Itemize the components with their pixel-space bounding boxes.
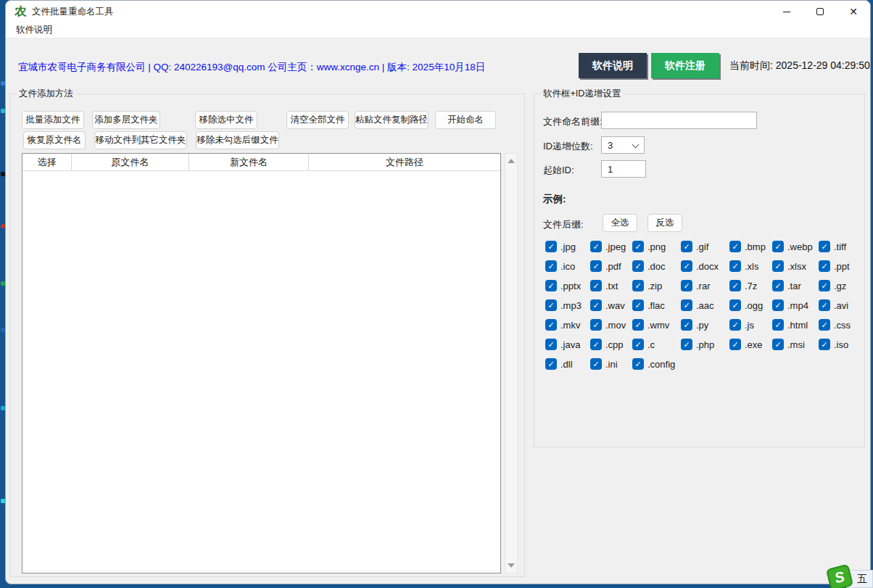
file-action-button[interactable]: 恢复原文件名 (23, 131, 86, 149)
extension-checkbox-item[interactable]: .msi (772, 339, 819, 350)
extension-checkbox-item[interactable]: .flac (632, 299, 681, 311)
checkbox-checked-icon[interactable] (590, 319, 602, 331)
extension-checkbox-item[interactable]: .config (632, 358, 681, 370)
extension-checkbox-item[interactable]: .py (681, 319, 729, 331)
extension-checkbox-item[interactable]: .cpp (590, 339, 632, 350)
checkbox-checked-icon[interactable] (545, 339, 557, 350)
checkbox-checked-icon[interactable] (729, 241, 741, 252)
extension-checkbox-item[interactable]: .php (681, 339, 729, 350)
file-action-button[interactable]: 移除未勾选后缀文件 (196, 131, 279, 149)
invert-selection-button[interactable]: 反选 (647, 214, 682, 232)
checkbox-checked-icon[interactable] (819, 260, 830, 272)
extension-checkbox-item[interactable]: .ppt (819, 260, 869, 272)
start-id-input[interactable] (601, 160, 646, 178)
extension-checkbox-item[interactable]: .txt (590, 280, 632, 291)
checkbox-checked-icon[interactable] (590, 339, 602, 350)
close-button[interactable]: ✕ (837, 1, 870, 22)
scroll-up-icon[interactable] (508, 159, 515, 163)
extension-checkbox-item[interactable]: .zip (632, 280, 681, 291)
file-action-button[interactable]: 移除选中文件 (195, 111, 257, 129)
extension-checkbox-item[interactable]: .iso (819, 339, 869, 350)
extension-checkbox-item[interactable]: .wmv (632, 319, 681, 331)
file-action-button[interactable]: 清空全部文件 (286, 111, 349, 129)
extension-checkbox-item[interactable]: .pptx (545, 280, 590, 291)
software-register-button[interactable]: 软件注册 (651, 53, 719, 78)
extension-checkbox-item[interactable]: .png (632, 241, 681, 252)
extension-checkbox-item[interactable]: .docx (681, 260, 729, 272)
extension-checkbox-item[interactable]: .rar (681, 280, 729, 291)
extension-checkbox-item[interactable]: .jpeg (590, 241, 632, 252)
extension-checkbox-item[interactable]: .xlsx (772, 260, 819, 272)
extension-checkbox-item[interactable]: .tar (772, 280, 819, 291)
checkbox-checked-icon[interactable] (819, 299, 830, 311)
checkbox-checked-icon[interactable] (632, 241, 644, 252)
minimize-button[interactable] (770, 1, 803, 22)
checkbox-checked-icon[interactable] (772, 260, 784, 272)
checkbox-checked-icon[interactable] (545, 358, 557, 370)
checkbox-checked-icon[interactable] (681, 319, 692, 331)
extension-checkbox-item[interactable]: .exe (729, 339, 772, 350)
checkbox-checked-icon[interactable] (632, 358, 644, 370)
checkbox-checked-icon[interactable] (590, 260, 602, 272)
menu-item-help[interactable]: 软件说明 (12, 22, 57, 38)
extension-checkbox-item[interactable]: .mov (590, 319, 632, 331)
extension-checkbox-item[interactable]: .ogg (729, 299, 772, 311)
checkbox-checked-icon[interactable] (590, 241, 602, 252)
checkbox-checked-icon[interactable] (819, 280, 830, 291)
checkbox-checked-icon[interactable] (772, 339, 784, 350)
extension-checkbox-item[interactable]: .bmp (729, 241, 772, 252)
scroll-down-icon[interactable] (508, 563, 515, 568)
select-all-button[interactable]: 全选 (603, 214, 637, 232)
id-digits-select[interactable]: 3 (601, 136, 645, 154)
extension-checkbox-item[interactable]: .doc (632, 260, 681, 272)
extension-checkbox-item[interactable]: .ini (590, 358, 632, 370)
extension-checkbox-item[interactable]: .pdf (590, 260, 632, 272)
checkbox-checked-icon[interactable] (590, 280, 602, 291)
checkbox-checked-icon[interactable] (545, 241, 557, 252)
maximize-button[interactable] (803, 1, 837, 22)
extension-checkbox-item[interactable]: .avi (819, 299, 869, 311)
checkbox-checked-icon[interactable] (590, 358, 602, 370)
extension-checkbox-item[interactable]: .xls (729, 260, 772, 272)
extension-checkbox-item[interactable]: .css (819, 319, 869, 331)
extension-checkbox-item[interactable]: .mkv (545, 319, 590, 331)
checkbox-checked-icon[interactable] (632, 260, 644, 272)
extension-checkbox-item[interactable]: .webp (772, 241, 819, 252)
checkbox-checked-icon[interactable] (590, 299, 602, 311)
checkbox-checked-icon[interactable] (545, 260, 557, 272)
extension-checkbox-item[interactable]: .tiff (819, 241, 869, 252)
file-list-scrollbar[interactable] (505, 153, 518, 573)
extension-checkbox-item[interactable]: .js (729, 319, 772, 331)
checkbox-checked-icon[interactable] (681, 339, 692, 350)
extension-checkbox-item[interactable]: .7z (729, 280, 772, 291)
checkbox-checked-icon[interactable] (545, 280, 557, 291)
extension-checkbox-item[interactable]: .gz (819, 280, 869, 291)
extension-checkbox-item[interactable]: .aac (681, 299, 729, 311)
checkbox-checked-icon[interactable] (632, 339, 644, 350)
prefix-input[interactable] (601, 112, 757, 129)
extension-checkbox-item[interactable]: .c (632, 339, 681, 350)
checkbox-checked-icon[interactable] (729, 319, 741, 331)
checkbox-checked-icon[interactable] (545, 319, 557, 331)
checkbox-checked-icon[interactable] (681, 299, 692, 311)
checkbox-checked-icon[interactable] (772, 241, 784, 252)
file-action-button[interactable]: 粘贴文件复制路径 (355, 111, 429, 129)
extension-checkbox-item[interactable]: .gif (681, 241, 729, 252)
software-manual-button[interactable]: 软件说明 (579, 53, 647, 78)
extension-checkbox-item[interactable]: .ico (545, 260, 590, 272)
checkbox-checked-icon[interactable] (681, 260, 692, 272)
file-action-button[interactable]: 批量添加文件 (22, 111, 84, 129)
checkbox-checked-icon[interactable] (681, 241, 692, 252)
checkbox-checked-icon[interactable] (729, 299, 741, 311)
checkbox-checked-icon[interactable] (729, 339, 741, 350)
checkbox-checked-icon[interactable] (772, 319, 784, 331)
extension-checkbox-item[interactable]: .wav (590, 299, 632, 311)
checkbox-checked-icon[interactable] (632, 280, 644, 291)
extension-checkbox-item[interactable]: .java (545, 339, 590, 350)
extension-checkbox-item[interactable]: .mp4 (772, 299, 819, 311)
checkbox-checked-icon[interactable] (632, 299, 644, 311)
checkbox-checked-icon[interactable] (772, 299, 784, 311)
extension-checkbox-item[interactable]: .html (772, 319, 819, 331)
checkbox-checked-icon[interactable] (819, 241, 830, 252)
checkbox-checked-icon[interactable] (819, 319, 830, 331)
